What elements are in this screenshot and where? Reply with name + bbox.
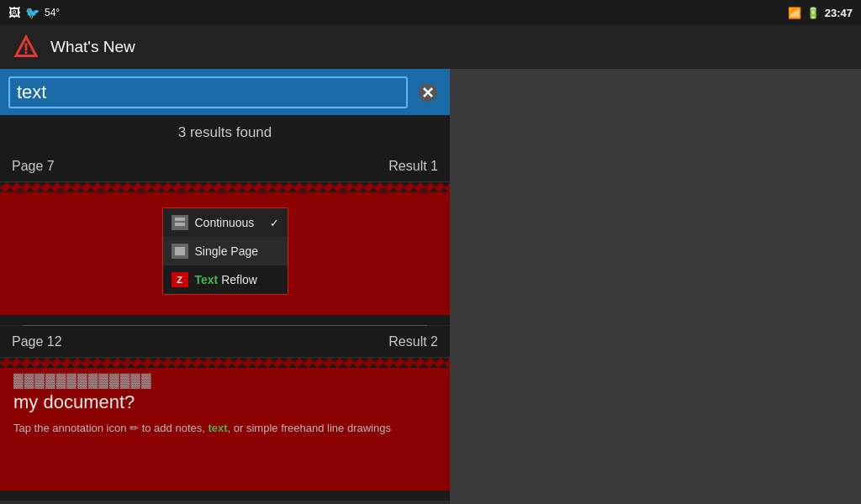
result-2-content: ▓▓▓▓▓▓▓▓▓▓▓▓▓ my document? Tap the annot… [13, 373, 436, 437]
result-1-page-label: Page 7 [12, 159, 55, 174]
clock-label: 23:47 [825, 7, 853, 19]
twitter-icon: 🐦 [25, 6, 40, 19]
svg-rect-8 [175, 247, 185, 255]
app-title: What's New [50, 38, 135, 56]
result-2-heading: ▓▓▓▓▓▓▓▓▓▓▓▓▓ [13, 373, 436, 388]
dropdown-item-single-page[interactable]: Single Page [163, 237, 288, 265]
svg-rect-7 [175, 223, 185, 226]
app-logo [13, 34, 39, 60]
view-mode-dropdown: Continuous ✓ Single Page Z Text Reflow [162, 207, 288, 295]
svg-rect-6 [175, 218, 185, 221]
result-2-header: Page 12 Result 2 [0, 326, 450, 358]
search-clear-button[interactable] [415, 79, 441, 106]
battery-icon: 🔋 [806, 7, 820, 19]
single-page-icon [172, 244, 188, 259]
text-reflow-label: Text Reflow [195, 273, 257, 286]
main-content: 3 results found Page 7 Result 1 Continuo… [0, 69, 450, 504]
search-input[interactable] [8, 76, 408, 108]
dropdown-item-text-reflow[interactable]: Z Text Reflow [163, 265, 288, 294]
wifi-icon: 📶 [788, 7, 801, 19]
continuous-checkmark: ✓ [270, 217, 279, 229]
search-bar [0, 69, 450, 115]
status-right: 📶 🔋 23:47 [788, 7, 853, 19]
result-1-header: Page 7 Result 1 [0, 150, 450, 182]
image-icon: 🖼 [8, 6, 20, 19]
app-bar: What's New [0, 25, 861, 69]
result-1-result-label: Result 1 [388, 159, 438, 174]
result-1-thumbnail: Continuous ✓ Single Page Z Text Reflow [0, 182, 450, 325]
continuous-icon [172, 215, 188, 230]
result-2-page-label: Page 12 [12, 334, 62, 349]
svg-point-2 [25, 51, 28, 54]
dropdown-item-continuous[interactable]: Continuous ✓ [163, 208, 288, 237]
temperature-label: 54° [45, 7, 60, 18]
result-block-1: Page 7 Result 1 Continuous ✓ [0, 150, 450, 325]
status-bar: 🖼 🐦 54° 📶 🔋 23:47 [0, 0, 861, 25]
result-2-result-label: Result 2 [388, 334, 438, 349]
result-2-body: Tap the annotation icon ✏ to add notes, … [13, 420, 436, 437]
result-2-title: my document? [13, 391, 436, 413]
result-2-thumbnail: ▓▓▓▓▓▓▓▓▓▓▓▓▓ my document? Tap the annot… [0, 358, 450, 501]
status-left: 🖼 🐦 54° [8, 6, 60, 19]
single-page-label: Single Page [195, 244, 259, 258]
right-panel [450, 69, 861, 504]
result-block-2: Page 12 Result 2 ▓▓▓▓▓▓▓▓▓▓▓▓▓ my docume… [0, 326, 450, 501]
result-2-highlight: text [208, 422, 227, 434]
text-reflow-icon: Z [172, 272, 188, 287]
continuous-label: Continuous [195, 216, 255, 229]
results-count: 3 results found [178, 124, 272, 141]
results-header: 3 results found [0, 115, 450, 150]
